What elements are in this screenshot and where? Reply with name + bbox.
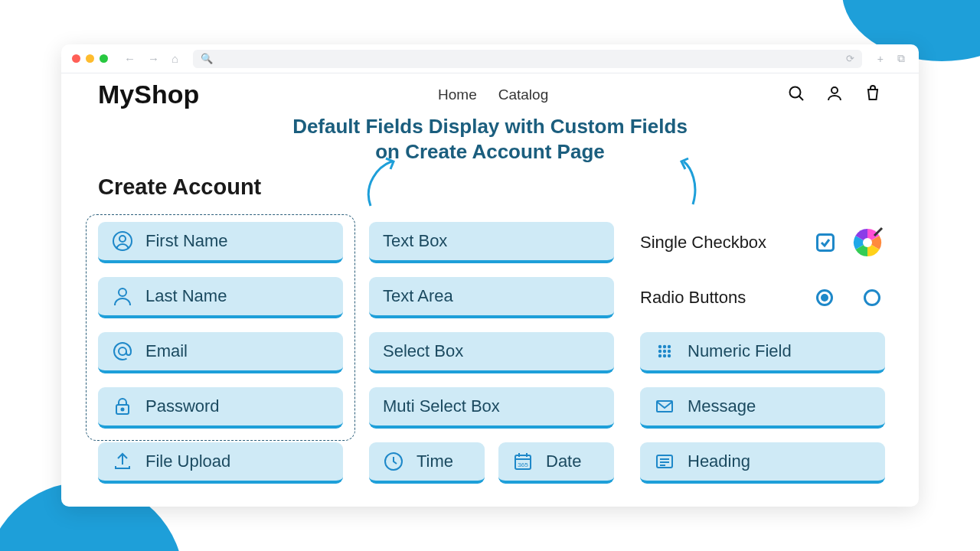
svg-point-21 [663, 354, 666, 357]
window-controls[interactable] [72, 54, 108, 63]
field-label: Date [546, 452, 581, 471]
radio-unselected-icon[interactable] [864, 289, 880, 306]
field-single-checkbox[interactable]: Single Checkbox [640, 222, 885, 263]
nav-catalog[interactable]: Catalog [498, 86, 549, 103]
field-label: Password [145, 396, 220, 416]
field-label: Heading [688, 452, 750, 471]
field-label: First Name [145, 231, 228, 251]
account-icon[interactable] [825, 84, 844, 106]
checkbox-icon[interactable] [816, 233, 835, 252]
cart-icon[interactable] [864, 84, 882, 106]
field-label: Single Checkbox [640, 233, 766, 253]
svg-point-4 [119, 236, 126, 242]
field-last-name[interactable]: Last Name [98, 277, 343, 318]
field-date[interactable]: 365 Date [498, 442, 614, 484]
radio-group [816, 289, 884, 306]
svg-line-1 [799, 96, 803, 99]
keypad-icon [654, 341, 675, 362]
nav-home[interactable]: Home [438, 86, 477, 103]
field-label: Time [416, 452, 453, 471]
header-icons [787, 84, 882, 106]
svg-point-2 [831, 87, 838, 93]
field-label: Radio Buttons [640, 288, 746, 308]
titlebar: ← → ⌂ 🔍 ⟳ + ⧉ [61, 44, 919, 73]
field-label: Text Box [383, 231, 447, 251]
arrow-left-icon [366, 157, 400, 207]
at-icon [112, 341, 133, 362]
field-text-area[interactable]: Text Area [369, 277, 614, 318]
field-message[interactable]: Message [640, 387, 885, 429]
headline: Default Fields Display with Custom Field… [61, 114, 919, 164]
forward-icon[interactable]: → [145, 52, 162, 65]
svg-point-20 [658, 354, 662, 357]
field-numeric[interactable]: Numeric Field [640, 332, 885, 373]
site-header: MyShop Home Catalog [61, 73, 919, 109]
headline-line1: Default Fields Display with Custom Field… [61, 114, 919, 139]
field-email[interactable]: Email [98, 332, 343, 373]
field-label: Email [145, 341, 188, 361]
column-center: Text Box Text Area Select Box Muti Selec… [369, 222, 614, 484]
clock-icon [383, 451, 404, 472]
svg-text:365: 365 [518, 461, 528, 468]
field-label: File Upload [145, 452, 230, 471]
new-tab-icon[interactable]: + [874, 53, 887, 65]
field-file-upload[interactable]: File Upload [98, 442, 343, 484]
field-text-box[interactable]: Text Box [369, 222, 614, 263]
svg-point-6 [119, 347, 126, 355]
field-label: Muti Select Box [383, 396, 500, 416]
field-radio-buttons[interactable]: Radio Buttons [640, 277, 885, 318]
row-time-date: Time 365 Date [369, 442, 614, 484]
field-password[interactable]: Password [98, 387, 343, 429]
column-default: First Name Last Name Email Password File… [98, 222, 343, 484]
svg-point-22 [668, 354, 671, 357]
column-right: Single Checkbox [640, 222, 885, 484]
minimize-icon[interactable] [86, 54, 94, 63]
back-icon[interactable]: ← [122, 52, 138, 65]
svg-point-19 [668, 350, 671, 353]
field-first-name[interactable]: First Name [98, 222, 343, 263]
field-time[interactable]: Time [369, 442, 485, 484]
svg-point-8 [122, 409, 124, 411]
field-multi-select[interactable]: Muti Select Box [369, 387, 614, 429]
field-heading[interactable]: Heading [640, 442, 885, 484]
browser-window: ← → ⌂ 🔍 ⟳ + ⧉ MyShop Home Catalog Defaul… [61, 44, 919, 507]
radio-selected-icon[interactable] [816, 289, 833, 306]
lock-icon [112, 396, 133, 417]
svg-point-17 [658, 350, 662, 353]
headline-line2: on Create Account Page [61, 139, 919, 165]
arrow-right-icon [678, 157, 699, 206]
svg-rect-23 [657, 401, 672, 412]
reload-icon[interactable]: ⟳ [846, 53, 854, 64]
color-wheel-icon[interactable] [851, 227, 884, 259]
envelope-icon [654, 396, 675, 417]
fields-grid: First Name Last Name Email Password File… [98, 222, 882, 484]
svg-point-0 [790, 86, 801, 97]
user-circle-icon [112, 230, 133, 252]
svg-point-15 [663, 345, 666, 348]
user-icon [112, 285, 133, 307]
field-label: Message [688, 396, 756, 416]
calendar-icon: 365 [512, 451, 534, 472]
svg-point-12 [863, 238, 872, 247]
svg-point-5 [119, 289, 126, 296]
svg-point-18 [663, 350, 666, 353]
field-label: Numeric Field [688, 341, 792, 361]
field-label: Select Box [383, 341, 463, 361]
search-icon: 🔍 [201, 53, 213, 64]
field-select-box[interactable]: Select Box [369, 332, 614, 373]
svg-point-16 [668, 345, 671, 348]
text-block-icon [654, 451, 675, 472]
svg-point-14 [658, 345, 662, 348]
search-icon[interactable] [787, 84, 805, 106]
upload-icon [112, 451, 133, 472]
close-icon[interactable] [72, 54, 80, 63]
address-bar[interactable]: 🔍 ⟳ [193, 50, 862, 68]
maximize-icon[interactable] [100, 54, 108, 63]
home-icon[interactable]: ⌂ [169, 52, 181, 65]
tabs-icon[interactable]: ⧉ [894, 52, 908, 65]
field-label: Text Area [383, 286, 453, 306]
field-label: Last Name [145, 286, 227, 306]
main-nav: Home Catalog [438, 86, 548, 103]
logo[interactable]: MyShop [98, 80, 199, 109]
page-title: Create Account [98, 174, 261, 200]
